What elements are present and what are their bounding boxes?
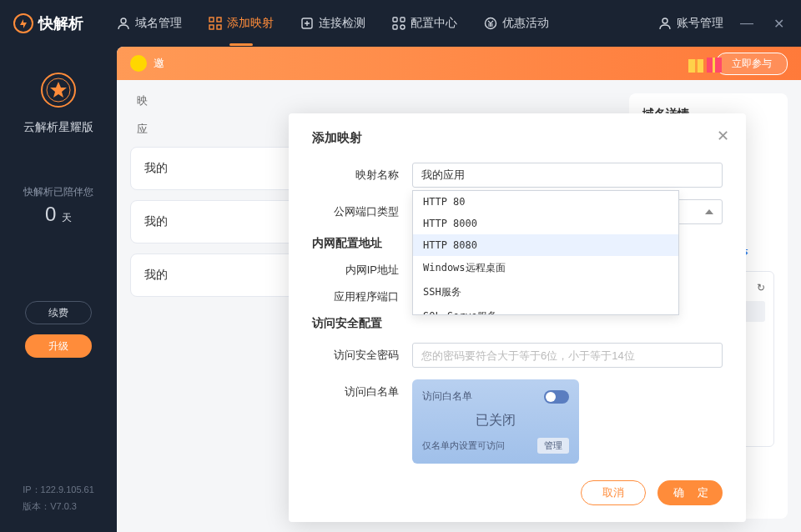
modal-title: 添加映射 [312,130,723,146]
user-icon [117,17,130,30]
svg-point-12 [662,18,668,23]
minimize-button[interactable]: — [737,13,757,34]
modal-close-button[interactable]: ✕ [717,127,729,145]
whitelist-head: 访问白名单 [422,389,472,404]
tab-mapping[interactable]: 映 [137,93,148,108]
security-section-title: 访问安全配置 [312,316,723,331]
svg-rect-7 [393,18,397,22]
tab-other[interactable]: 应 [137,122,148,137]
svg-point-1 [121,18,126,23]
port-option[interactable]: Windows远程桌面 [413,256,678,280]
mapping-name-input[interactable] [412,163,723,188]
cancel-button[interactable]: 取消 [581,480,646,505]
brand-icon [13,13,33,33]
password-label: 访问安全密码 [312,348,412,363]
brand-text: 快解析 [38,13,83,33]
name-label: 映射名称 [312,168,412,183]
whitelist-card: 访问白名单 已关闭 仅名单内设置可访问 管理 [412,379,579,464]
grid-icon [209,17,222,30]
account-menu[interactable]: 账号管理 [658,16,723,31]
svg-rect-5 [217,25,221,29]
renew-button[interactable]: 续费 [25,301,92,324]
port-type-dropdown: HTTP 80HTTP 8000HTTP 8080Windows远程桌面SSH服… [412,190,679,315]
nav-config[interactable]: 配置中心 [392,9,457,38]
content: 邀 立即参与 映 应 我的 我的 我的 域名详情 域名有效期 2023-06-1… [117,47,801,532]
whitelist-hint: 仅名单内设置可访问 [422,439,505,452]
password-input[interactable] [412,343,723,368]
yuan-icon [484,17,497,30]
svg-rect-4 [209,25,214,29]
nav-promo[interactable]: 优惠活动 [484,9,549,38]
sidebar-footer: IP：122.9.105.61 版本：V7.0.3 [23,482,94,532]
squares-icon [392,17,406,30]
whitelist-label: 访问白名单 [312,379,412,399]
promo-cta-button[interactable]: 立即参与 [716,53,788,75]
intranet-ip-label: 内网IP地址 [312,263,412,278]
plus-box-icon [300,17,314,30]
edition-icon [38,70,78,110]
nav-domain[interactable]: 域名管理 [117,9,182,38]
whitelist-manage-button[interactable]: 管理 [537,438,569,454]
whitelist-toggle[interactable] [544,390,569,404]
port-option[interactable]: HTTP 8080 [413,234,678,256]
svg-point-10 [400,25,405,29]
svg-rect-9 [393,25,397,29]
nav-add-mapping[interactable]: 添加映射 [209,9,274,38]
nav-conn-test[interactable]: 连接检测 [300,9,365,38]
account-icon [658,17,672,30]
modal-backdrop: 添加映射 ✕ 映射名称 公网端口类型 HTTP 80HTTP 8000HTTP … [234,93,801,532]
svg-rect-17 [695,59,698,73]
add-mapping-modal: 添加映射 ✕ 映射名称 公网端口类型 HTTP 80HTTP 8000HTTP … [289,113,746,522]
port-option[interactable]: SSH服务 [413,280,678,304]
whitelist-status: 已关闭 [422,412,569,429]
brand-logo: 快解析 [13,13,83,33]
edition-name: 云解析星耀版 [23,120,93,135]
chevron-up-icon [705,209,713,214]
topbar: 快解析 域名管理 添加映射 连接检测 配置中心 优惠活动 账号管理 — ✕ [0,0,801,47]
sidebar: 云解析星耀版 快解析已陪伴您 0 天 续费 升级 IP：122.9.105.61… [0,47,117,532]
close-button[interactable]: ✕ [770,13,788,35]
ok-button[interactable]: 确 定 [657,480,723,505]
svg-rect-2 [209,18,214,22]
svg-rect-18 [713,58,715,73]
port-type-label: 公网端口类型 [312,204,412,219]
promo-banner: 邀 立即参与 [117,47,801,80]
promo-text: 邀 [154,56,716,71]
companion-text: 快解析已陪伴您 [23,185,93,199]
companion-days: 0 天 [45,203,72,226]
port-option[interactable]: HTTP 8000 [413,213,678,234]
upgrade-button[interactable]: 升级 [25,334,92,358]
svg-rect-3 [217,18,221,22]
port-option[interactable]: HTTP 80 [413,191,678,213]
svg-rect-8 [400,18,405,22]
coin-icon [130,55,147,72]
app-port-label: 应用程序端口 [312,289,412,304]
port-option[interactable]: SQL Serve服务 [413,304,678,315]
gift-icon [684,51,726,76]
